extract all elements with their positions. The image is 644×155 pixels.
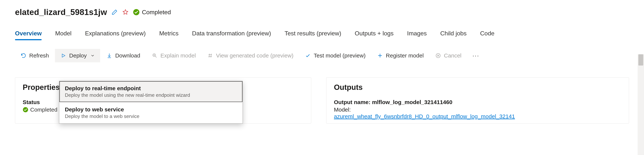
tab-images[interactable]: Images xyxy=(407,30,427,40)
more-button[interactable]: ··· xyxy=(468,52,484,59)
tab-code[interactable]: Code xyxy=(480,30,494,40)
deploy-menu-item-realtime[interactable]: Deploy to real-time endpoint Deploy the … xyxy=(59,81,242,102)
test-model-button[interactable]: Test model (preview) xyxy=(300,49,371,62)
deploy-button[interactable]: Deploy xyxy=(55,49,100,62)
scrollbar-thumb[interactable] xyxy=(638,54,643,65)
header-row: elated_lizard_5981s1jw Completed xyxy=(15,0,644,17)
outputs-card-title: Outputs xyxy=(334,83,621,92)
download-button[interactable]: Download xyxy=(101,49,145,62)
vertical-scrollbar[interactable] xyxy=(638,54,644,155)
explain-model-button: Explain model xyxy=(146,49,201,62)
tab-explanations[interactable]: Explanations (preview) xyxy=(85,30,146,40)
plus-icon xyxy=(377,52,383,59)
deploy-menu: Deploy to real-time endpoint Deploy the … xyxy=(59,81,243,124)
model-label: Model: xyxy=(334,107,621,113)
favorite-star-icon[interactable] xyxy=(122,9,129,15)
status-pill: Completed xyxy=(133,9,171,16)
tab-outputslogs[interactable]: Outputs + logs xyxy=(355,30,394,40)
checkmark-icon xyxy=(305,52,311,59)
tab-testresults[interactable]: Test results (preview) xyxy=(284,30,341,40)
deploy-menu-item-webservice[interactable]: Deploy to web service Deploy the model t… xyxy=(59,102,242,123)
status-text: Completed xyxy=(142,9,171,16)
chevron-down-icon xyxy=(90,53,95,58)
toolbar: Refresh Deploy Download xyxy=(15,49,644,62)
register-model-button[interactable]: Register model xyxy=(372,49,429,62)
hash-icon xyxy=(207,52,213,59)
play-icon xyxy=(60,52,66,59)
tab-metrics[interactable]: Metrics xyxy=(159,30,178,40)
edit-icon[interactable] xyxy=(111,9,118,15)
outputs-card: Outputs Output name: mlflow_log_model_32… xyxy=(326,77,629,124)
check-circle-icon xyxy=(133,9,140,15)
download-icon xyxy=(106,52,112,59)
explain-icon xyxy=(152,52,158,59)
tabs: Overview Model Explanations (preview) Me… xyxy=(15,30,644,40)
tab-datatrans[interactable]: Data transformation (preview) xyxy=(192,30,271,40)
view-generated-code-button: View generated code (preview) xyxy=(202,49,299,62)
refresh-button[interactable]: Refresh xyxy=(15,49,54,62)
status-value: Completed xyxy=(30,107,57,113)
tab-model[interactable]: Model xyxy=(55,30,72,40)
cancel-icon xyxy=(435,52,441,59)
refresh-icon xyxy=(20,52,26,59)
ellipsis-icon: ··· xyxy=(472,52,480,59)
tab-overview[interactable]: Overview xyxy=(15,30,42,40)
model-link[interactable]: azureml_wheat_fly_6wsnbrfdr8_HD_0_output… xyxy=(334,113,515,119)
run-name: elated_lizard_5981s1jw xyxy=(15,7,107,17)
check-circle-icon xyxy=(23,107,28,113)
output-name-row: Output name: mlflow_log_model_321411460 xyxy=(334,99,621,105)
tab-childjobs[interactable]: Child jobs xyxy=(440,30,467,40)
cancel-button: Cancel xyxy=(430,49,467,62)
